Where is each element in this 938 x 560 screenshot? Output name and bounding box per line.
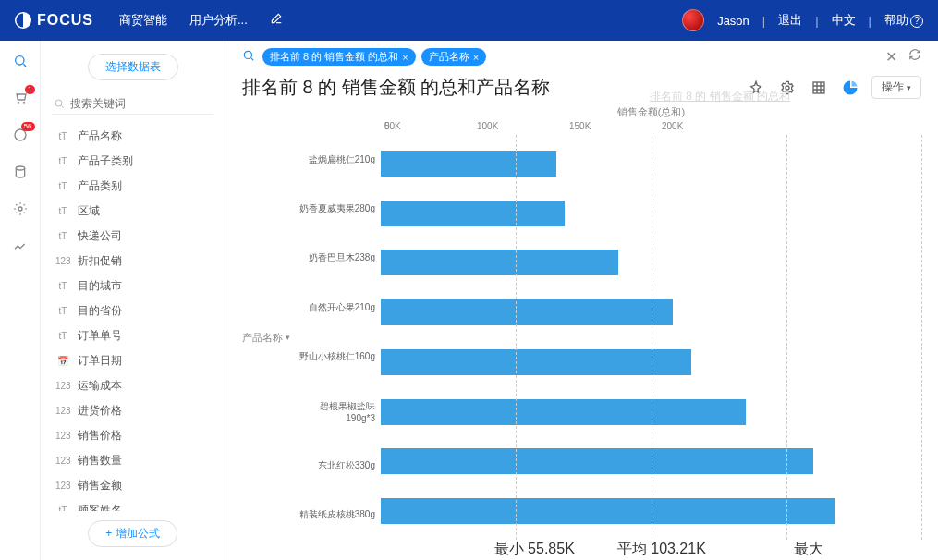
field-type-icon: tT: [55, 231, 70, 241]
table-icon[interactable]: [809, 78, 829, 98]
rail-chart-icon[interactable]: [11, 237, 30, 255]
field-label: 销售价格: [78, 428, 122, 444]
field-item[interactable]: tT目的城市: [52, 274, 213, 298]
x-tick: 150K: [569, 121, 662, 131]
field-type-icon: tT: [55, 505, 70, 511]
bar[interactable]: [381, 151, 556, 177]
svg-rect-10: [813, 82, 824, 93]
query-pill[interactable]: 产品名称×: [421, 48, 486, 66]
bar[interactable]: [381, 250, 618, 275]
field-type-icon: 123: [55, 381, 70, 391]
field-item[interactable]: 123进货价格: [52, 398, 213, 423]
field-label: 进货价格: [78, 403, 122, 419]
gridline: [921, 135, 922, 540]
username[interactable]: Jason: [717, 14, 749, 28]
query-pill[interactable]: 排名前 8 的 销售金额 的总和×: [262, 48, 416, 66]
pill-label: 排名前 8 的 销售金额 的总和: [270, 50, 398, 64]
bar[interactable]: [381, 349, 691, 375]
field-label: 顾客姓名: [78, 503, 122, 511]
bar[interactable]: [381, 399, 746, 425]
field-label: 折扣促销: [78, 253, 122, 269]
pill-close-icon[interactable]: ×: [402, 52, 408, 63]
field-label: 销售数量: [78, 453, 122, 469]
field-search-input[interactable]: [70, 97, 212, 110]
field-type-icon: tT: [55, 131, 70, 141]
gridline: [516, 135, 517, 540]
bar[interactable]: [381, 201, 565, 226]
bar[interactable]: [381, 448, 813, 474]
field-item[interactable]: tT产品名称: [52, 124, 213, 149]
select-table-button[interactable]: 选择数据表: [88, 54, 178, 80]
field-type-icon: 123: [55, 256, 70, 266]
help-link[interactable]: 帮助?: [884, 12, 923, 29]
rail-settings-icon[interactable]: [11, 200, 30, 218]
x-tick: 100K: [477, 121, 569, 131]
y-category: 奶香巴旦木238g: [298, 251, 381, 264]
chart-type-icon[interactable]: [840, 78, 860, 98]
field-type-icon: tT: [55, 156, 70, 166]
field-item[interactable]: 123销售数量: [52, 448, 213, 473]
gridline: [786, 135, 787, 540]
field-label: 区域: [78, 203, 100, 219]
field-type-icon: tT: [55, 331, 70, 341]
bar[interactable]: [381, 299, 673, 325]
field-label: 产品类别: [78, 178, 122, 194]
field-item[interactable]: 📅订单日期: [52, 348, 213, 373]
avatar[interactable]: [682, 9, 704, 31]
bar[interactable]: [381, 498, 835, 524]
nav-user-analysis[interactable]: 用户分析...: [189, 12, 248, 29]
field-item[interactable]: 123销售价格: [52, 423, 213, 448]
edit-icon[interactable]: [270, 12, 283, 29]
field-type-icon: 123: [55, 406, 70, 416]
field-item[interactable]: tT产品类别: [52, 174, 213, 199]
field-label: 销售金额: [78, 478, 122, 493]
logo[interactable]: FOCUS: [15, 12, 93, 29]
field-type-icon: tT: [55, 306, 70, 316]
field-type-icon: tT: [55, 206, 70, 216]
action-button[interactable]: 操作 ▾: [871, 76, 921, 99]
field-item[interactable]: 123销售金额: [52, 473, 213, 498]
svg-point-8: [244, 51, 251, 58]
field-item[interactable]: tT目的省份: [52, 298, 213, 323]
stat-label: 最小 55.85K: [494, 540, 575, 559]
rail-search-icon[interactable]: [11, 52, 30, 70]
add-formula-button[interactable]: + 增加公式: [88, 520, 177, 547]
field-label: 目的省份: [78, 303, 122, 319]
field-search[interactable]: [52, 93, 213, 115]
gridline: [652, 135, 652, 540]
rail-badge-1: 1: [25, 85, 34, 94]
field-item[interactable]: tT快递公司: [52, 224, 213, 249]
field-item[interactable]: tT订单单号: [52, 323, 213, 348]
clear-query-icon[interactable]: ✕: [885, 48, 897, 66]
rail-badge-2: 56: [21, 122, 35, 131]
query-search-icon[interactable]: [242, 49, 255, 66]
y-category: 奶香夏威夷果280g: [298, 202, 381, 215]
y-category: 自然开心果210g: [298, 301, 381, 314]
rail-cart-icon[interactable]: 1: [11, 89, 30, 107]
field-item[interactable]: tT产品子类别: [52, 149, 213, 174]
field-item[interactable]: 123运输成本: [52, 373, 213, 398]
page-title: 排名前 8 的 销售金额 的总和产品名称: [242, 75, 550, 100]
stat-label: 平均 103.21K: [617, 540, 706, 559]
svg-point-2: [18, 103, 18, 103]
field-label: 订单单号: [78, 328, 122, 344]
pill-close-icon[interactable]: ×: [473, 52, 479, 63]
field-item[interactable]: tT顾客姓名: [52, 498, 213, 511]
field-item[interactable]: tT区域: [52, 199, 213, 224]
field-label: 快递公司: [78, 228, 122, 244]
field-label: 运输成本: [78, 378, 122, 394]
x-axis-label: 销售金额(总和): [242, 105, 921, 119]
field-item[interactable]: 123折扣促销: [52, 249, 213, 274]
lang-link[interactable]: 中文: [832, 12, 856, 29]
refresh-icon[interactable]: [908, 48, 921, 66]
svg-point-7: [55, 100, 62, 106]
stat-label: 最大 168.36K: [794, 540, 879, 560]
logout-link[interactable]: 退出: [778, 12, 802, 29]
svg-point-1: [15, 56, 23, 65]
svg-point-6: [18, 207, 22, 211]
y-category: 盐焗扁桃仁210g: [298, 153, 381, 166]
rail-db-icon[interactable]: [11, 163, 30, 181]
nav-bi[interactable]: 商贸智能: [119, 12, 167, 29]
field-type-icon: tT: [55, 281, 70, 291]
rail-alert-icon[interactable]: 56: [11, 126, 30, 144]
